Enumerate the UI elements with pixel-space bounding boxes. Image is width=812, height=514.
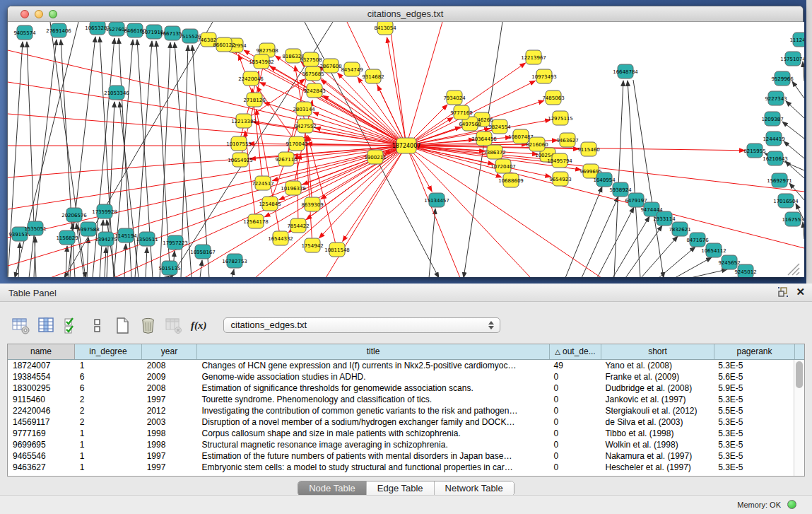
graph-node-cited[interactable]: 2867608 <box>319 59 341 73</box>
table-row[interactable]: 1872400712008Changes of HCN gene express… <box>8 360 794 371</box>
table-cell[interactable]: 9463627 <box>8 462 75 473</box>
graph-edge[interactable] <box>232 269 234 277</box>
table-cell[interactable]: Wolkin et al. (1998) <box>600 439 713 450</box>
table-row[interactable]: 1456911722003Disruption of a novel membe… <box>8 416 794 428</box>
table-cell[interactable]: 1 <box>75 360 142 371</box>
graph-node[interactable]: 8471676 <box>686 233 709 247</box>
table-row[interactable]: 911546021997Tourette syndrome. Phenomeno… <box>8 394 794 405</box>
graph-node[interactable]: 17016504 <box>773 194 799 208</box>
graph-edge[interactable] <box>87 238 88 277</box>
graph-node-cited[interactable]: 7934024 <box>443 90 466 105</box>
graph-node[interactable]: 1156829 <box>56 230 78 245</box>
graph-edge[interactable] <box>100 220 103 277</box>
table-cell[interactable]: 0 <box>549 462 601 473</box>
new-document-icon[interactable] <box>113 316 132 335</box>
graph-node[interactable]: 9245652 <box>718 255 740 269</box>
graph-node[interactable]: 9245012 <box>734 264 756 277</box>
table-cell[interactable]: 0 <box>549 439 601 450</box>
graph-edge[interactable] <box>167 276 170 277</box>
graph-node-cited[interactable]: 7485063 <box>542 90 564 105</box>
table-row[interactable]: 946554611997Estimation of the future num… <box>8 450 794 462</box>
graph-node[interactable]: 16958167 <box>190 245 216 259</box>
graph-edge[interactable] <box>27 42 36 277</box>
table-cell[interactable]: 0 <box>549 450 601 462</box>
graph-node[interactable]: 9405574 <box>13 25 36 40</box>
table-cell[interactable]: 9777169 <box>8 428 75 439</box>
table-cell[interactable]: 5.3E-5 <box>713 439 794 450</box>
graph-node[interactable]: 1535051 <box>24 221 46 235</box>
graph-edge[interactable] <box>192 45 209 277</box>
table-cell[interactable]: Jankovic et al. (1997) <box>600 394 713 405</box>
graph-node[interactable]: 1112415 <box>789 33 804 47</box>
graph-node-cited[interactable]: 8660122 <box>213 37 235 52</box>
graph-node-cited[interactable]: 16544332 <box>268 231 293 245</box>
graph-node-cited[interactable]: 9654923 <box>549 172 571 186</box>
table-row[interactable]: 2242004622012Investigating the contribut… <box>8 405 794 416</box>
graph-node-cited[interactable]: 7854422 <box>287 218 309 233</box>
network-window-titlebar[interactable]: citations_edges.txt <box>8 6 803 22</box>
table-cell[interactable]: Estimation of significance thresholds fo… <box>197 382 549 394</box>
graph-node[interactable]: 27691406 <box>46 23 71 37</box>
table-cell[interactable]: 9465546 <box>8 450 75 462</box>
table-cell[interactable]: 5.3E-5 <box>713 450 794 462</box>
graph-node[interactable]: 7832621 <box>669 222 690 236</box>
table-cell[interactable]: 5.3E-5 <box>713 360 794 371</box>
graph-node-cited[interactable]: 8216060 <box>526 137 548 151</box>
vertical-scrollbar[interactable] <box>794 360 804 476</box>
table-cell[interactable]: Hescheler et al. (1997) <box>600 462 713 473</box>
table-cell[interactable]: Embryonic stem cells: a model to study s… <box>197 462 549 473</box>
table-cell[interactable]: de Silva et al. (2003) <box>600 416 713 428</box>
table-cell[interactable]: 5.3E-5 <box>713 462 794 473</box>
close-panel-icon[interactable]: ✕ <box>796 286 805 298</box>
table-cell[interactable]: 5.9E-5 <box>713 382 794 394</box>
graph-node[interactable]: 16648784 <box>613 64 638 78</box>
graph-node[interactable]: 5938924 <box>609 182 632 197</box>
graph-edge[interactable] <box>628 81 640 277</box>
table-cell[interactable]: 22420046 <box>8 405 75 416</box>
table-cell[interactable]: 1 <box>75 439 142 450</box>
table-cell[interactable]: Yano et al. (2008) <box>600 360 713 371</box>
graph-edge[interactable] <box>406 146 460 277</box>
graph-node-cited[interactable]: 9115460 <box>577 142 599 156</box>
graph-node[interactable]: 17957223 <box>163 235 188 250</box>
graph-edge[interactable] <box>8 114 406 146</box>
graph-edge[interactable] <box>288 146 406 233</box>
graph-edge[interactable] <box>387 37 406 146</box>
graph-edge[interactable] <box>613 216 649 277</box>
table-row[interactable]: 969969511998Structural magnetic resonanc… <box>8 439 794 450</box>
graph-node-cited[interactable]: 12213967 <box>521 50 546 64</box>
table-cell[interactable]: 0 <box>549 416 601 428</box>
graph-edge[interactable] <box>29 40 57 277</box>
row-height-icon[interactable] <box>88 316 107 335</box>
graph-node-cited[interactable]: 1754942 <box>301 238 323 252</box>
table-cell[interactable]: Genome-wide association studies in ADHD. <box>197 371 549 382</box>
table-cell[interactable]: 2008 <box>142 360 197 371</box>
function-builder-icon[interactable]: f(x) <box>189 320 208 332</box>
graph-edge[interactable] <box>406 146 745 151</box>
table-cell[interactable]: 2003 <box>142 416 197 428</box>
table-cell[interactable]: 1997 <box>142 394 197 405</box>
graph-edge[interactable] <box>565 187 602 277</box>
graph-node[interactable]: 21053346 <box>104 86 129 100</box>
float-panel-icon[interactable] <box>777 286 789 298</box>
table-cell[interactable]: 6 <box>75 371 142 382</box>
table-cell[interactable]: 49 <box>549 360 601 371</box>
delete-trash-icon[interactable] <box>139 316 158 335</box>
graph-node-cited[interactable]: 12975115 <box>548 111 573 125</box>
graph-edge[interactable] <box>326 146 406 277</box>
table-cell[interactable]: Tourette syndrome. Phenomenology and cla… <box>197 394 549 405</box>
graph-node[interactable]: 16782753 <box>222 254 247 268</box>
network-view-window[interactable]: citations_edges.txt 18724007190021189129… <box>7 6 804 277</box>
graph-node-cited[interactable]: 9777169 <box>450 105 472 119</box>
graph-node-cited[interactable]: 9314682 <box>362 69 384 83</box>
graph-node-cited[interactable]: 1254845 <box>259 197 281 211</box>
graph-node[interactable]: 1244419 <box>763 132 784 146</box>
graph-node[interactable]: 9227343 <box>765 91 787 105</box>
graph-edge[interactable] <box>254 122 406 146</box>
table-cell[interactable]: Franke et al. (2009) <box>600 371 713 382</box>
graph-edge[interactable] <box>107 102 114 277</box>
graph-node[interactable]: 15134457 <box>424 193 449 207</box>
graph-edge[interactable] <box>786 101 804 118</box>
table-cell[interactable]: 2 <box>75 416 142 428</box>
column-header-year[interactable]: year <box>142 344 197 359</box>
